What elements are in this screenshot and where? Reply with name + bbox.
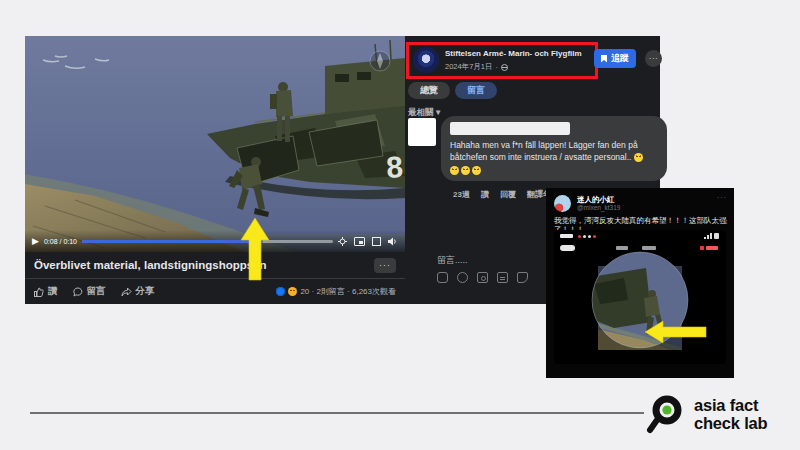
footer-divider-line [30, 412, 644, 414]
x-avatar[interactable] [554, 195, 571, 212]
comment-button[interactable]: 留言 [73, 285, 106, 298]
haha-reaction-icon [288, 287, 297, 296]
composer-icons [437, 272, 528, 283]
settings-gear-icon[interactable] [338, 237, 347, 246]
share-arrow-icon [121, 287, 132, 297]
play-icon[interactable]: ▶ [32, 237, 39, 246]
video-more-button[interactable]: ··· [374, 258, 396, 273]
share-button[interactable]: 分享 [121, 285, 155, 298]
globe-privacy-icon [501, 64, 508, 71]
thumbs-up-icon [34, 287, 44, 297]
logo-line-1: asia fact [694, 397, 767, 415]
sticker-icon[interactable] [517, 272, 528, 283]
progress-bar[interactable] [82, 240, 333, 243]
like-reaction-icon [276, 287, 285, 296]
laughing-emoji-icon [634, 153, 643, 162]
comment-emoji-row [450, 166, 658, 175]
camera-icon[interactable] [477, 272, 488, 283]
post-date-row: 2024年7月1日 · [445, 62, 508, 72]
picture-in-picture-icon[interactable] [354, 237, 365, 246]
like-button[interactable]: 讚 [34, 285, 58, 298]
tab-comments[interactable]: 留言 [455, 82, 497, 99]
x-more-button[interactable]: ··· [717, 194, 727, 201]
x-handle[interactable]: @mixen_kt319 [577, 204, 620, 211]
x-post-screenshot: 迷人的小紅 @mixen_kt319 ··· 我觉得，湾湾反攻大陆真的有希望！！… [546, 188, 734, 378]
video-player[interactable]: 8 [25, 36, 405, 252]
comment-bubble-icon [73, 287, 83, 297]
annotation-arrow-up [235, 214, 275, 284]
fullscreen-icon[interactable] [372, 237, 381, 246]
chevron-down-icon: ▾ [436, 107, 440, 117]
action-bar: 讚 留言 分享 20 · 2則留言 · 6,263次觀看 [25, 278, 405, 304]
post-more-button[interactable]: ··· [645, 50, 662, 67]
avatar-sticker-icon[interactable] [437, 272, 448, 283]
comment-input[interactable]: 留言..... [437, 254, 468, 267]
laughing-emoji-icon [450, 166, 459, 175]
tab-overview[interactable]: 總覽 [408, 82, 450, 99]
gif-icon[interactable] [497, 272, 508, 283]
video-controls-bar: ▶ 0:08 / 0:10 [25, 230, 405, 252]
fact-check-composite: 8 [0, 0, 800, 450]
fact-check-lab-wordmark: asia fact check lab [694, 397, 767, 433]
video-title: Överblivet material, landstigningshoppsa… [34, 259, 374, 271]
comment-reply-link[interactable]: 回覆 [500, 189, 516, 200]
video-frame-landing-scene: 8 [25, 36, 405, 252]
commenter-name-redacted [450, 122, 570, 135]
post-date: 2024年7月1日 [445, 62, 493, 72]
page-avatar[interactable] [413, 47, 439, 73]
circular-video-crop [554, 230, 726, 364]
emoji-icon[interactable] [457, 272, 468, 283]
video-title-bar: Överblivet material, landstigningshoppsa… [25, 252, 405, 278]
x-embedded-video[interactable] [554, 230, 726, 364]
follow-button[interactable]: 追蹤 [594, 49, 636, 68]
comment-bubble: Hahaha men va f*n fäll läppen! Lägger fa… [441, 116, 667, 181]
page-watermark-crest [370, 51, 390, 71]
bookmark-icon [601, 55, 607, 63]
laughing-emoji-icon [461, 166, 470, 175]
page-name[interactable]: Stiftelsen Armé- Marin- och Flygfilm [445, 49, 582, 58]
boat-hull-number: 8 [385, 150, 404, 184]
time-display: 0:08 / 0:10 [44, 238, 77, 245]
comment-age: 23週 [453, 189, 470, 200]
comment-like-link[interactable]: 讚 [481, 189, 489, 200]
comment-text: Hahaha men va f*n fäll läppen! Lägger fa… [450, 140, 658, 164]
logo-line-2: check lab [694, 415, 767, 433]
comment-meta-row: 23週 讚 回覆 翻譯年糕 [453, 189, 559, 200]
magnifier-logo-icon [643, 392, 689, 438]
reaction-stats: 20 · 2則留言 · 6,263次觀看 [276, 286, 396, 297]
volume-icon[interactable] [388, 237, 398, 246]
laughing-emoji-icon [472, 166, 481, 175]
commenter-avatar-redacted [408, 118, 436, 146]
